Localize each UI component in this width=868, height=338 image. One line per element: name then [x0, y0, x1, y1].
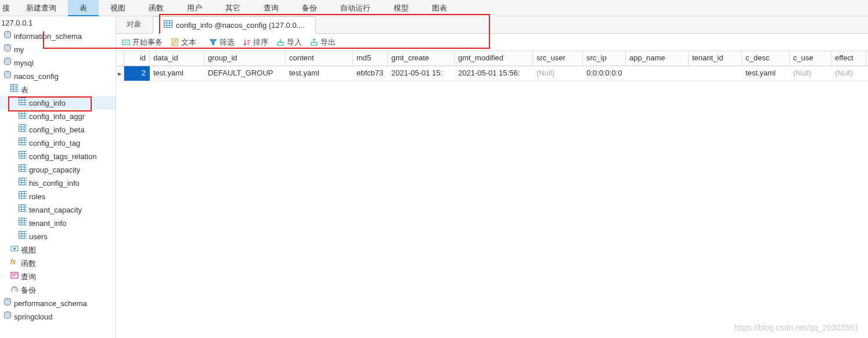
import-button[interactable]: 导入	[276, 37, 302, 48]
table-node[interactable]: users	[0, 230, 116, 243]
column-header-gmt_create[interactable]: gmt_create	[388, 51, 455, 66]
tree-item-label: config_info_tag	[29, 136, 80, 150]
export-button[interactable]: 导出	[310, 37, 336, 48]
db-icon	[3, 70, 12, 83]
tree-item-label: 函数	[21, 257, 36, 270]
table-row[interactable]: ▸ 2test.yamlDEFAULT_GROUPtest.yamlebfcb7…	[116, 66, 868, 81]
column-header-md5[interactable]: md5	[353, 51, 388, 66]
sort-icon	[243, 38, 251, 46]
backup-group[interactable]: 备份	[0, 283, 116, 297]
export-label: 导出	[320, 37, 336, 48]
connection-node[interactable]: 127.0.0.1	[0, 16, 116, 30]
column-header-data_id[interactable]: data_id	[150, 51, 204, 66]
db-icon	[3, 30, 12, 43]
views-group[interactable]: 视图	[0, 243, 116, 257]
functions-group[interactable]: 函数	[0, 257, 116, 270]
toolbar: 开始事务 文本 · 筛选 排序 导入 导出	[116, 34, 868, 51]
menu-item[interactable]: 其它	[214, 0, 252, 16]
column-header-c_desc[interactable]: c_desc	[742, 51, 790, 66]
filter-button[interactable]: 筛选	[209, 37, 235, 48]
tab-objects[interactable]: 对象	[116, 16, 153, 33]
sort-label: 排序	[253, 37, 268, 48]
text-button[interactable]: 文本 ·	[171, 37, 201, 48]
column-header-c_use[interactable]: c_use	[790, 51, 831, 66]
start-transaction-label: 开始事务	[132, 37, 163, 48]
cell-src_ip[interactable]: 0:0:0:0:0:0	[583, 66, 626, 81]
cell-c_desc[interactable]: test.yaml	[742, 66, 790, 81]
cell-group_id[interactable]: DEFAULT_GROUP	[204, 66, 286, 81]
column-header-id[interactable]: id	[124, 51, 150, 66]
menu-item[interactable]: 视图	[99, 0, 137, 16]
tree-item-label: nacos_config	[14, 70, 59, 83]
fx-icon	[10, 257, 19, 270]
database-node[interactable]: information_schema	[0, 30, 116, 43]
cell-app_name[interactable]	[626, 66, 689, 81]
menu-item[interactable]: 备份	[290, 0, 329, 16]
cell-effect[interactable]: (Null)	[831, 66, 866, 81]
menu-item[interactable]: 接	[0, 0, 15, 16]
database-node[interactable]: nacos_config	[0, 70, 116, 83]
tree-item-label: 表	[21, 83, 28, 96]
queries-group[interactable]: 查询	[0, 270, 116, 283]
menu-item[interactable]: 表	[68, 0, 99, 16]
database-node[interactable]: performance_schema	[0, 297, 116, 310]
column-header-app_name[interactable]: app_name	[626, 51, 689, 66]
tree-item-label: group_capacity	[29, 163, 80, 177]
cell-src_user[interactable]: (Null)	[533, 66, 583, 81]
menu-item[interactable]: 模型	[382, 0, 420, 16]
tree-item-label: config_tags_relation	[29, 150, 96, 163]
table-node[interactable]: roles	[0, 190, 116, 203]
table-node[interactable]: config_info_beta	[0, 123, 116, 136]
database-node[interactable]: mysql	[0, 56, 116, 70]
table-node[interactable]: group_capacity	[0, 163, 116, 177]
menu-item[interactable]: 查询	[252, 0, 290, 16]
grid-header: iddata_idgroup_idcontentmd5gmt_creategmt…	[116, 51, 868, 66]
tree-item-label: config_info	[29, 96, 66, 110]
cell-md5[interactable]: ebfcb73	[353, 66, 388, 81]
column-header-src_ip[interactable]: src_ip	[583, 51, 626, 66]
cell-c_use[interactable]: (Null)	[790, 66, 831, 81]
tree-item-label: tenant_info	[29, 217, 66, 230]
table-node[interactable]: tenant_capacity	[0, 203, 116, 217]
table-node[interactable]: config_info_aggr	[0, 110, 116, 123]
column-header-group_id[interactable]: group_id	[204, 51, 286, 66]
table-node[interactable]: his_config_info	[0, 177, 116, 190]
text-label: 文本	[181, 37, 196, 48]
table-node[interactable]: config_info_tag	[0, 136, 116, 150]
cell-gmt_create[interactable]: 2021-05-01 15:	[388, 66, 455, 81]
sort-button[interactable]: 排序	[243, 37, 268, 48]
table-icon	[164, 20, 172, 30]
data-grid[interactable]: iddata_idgroup_idcontentmd5gmt_creategmt…	[116, 51, 868, 338]
menu-item[interactable]: 图表	[420, 0, 459, 16]
table-node[interactable]: config_tags_relation	[0, 150, 116, 163]
cell-gmt_modified[interactable]: 2021-05-01 15:56:	[455, 66, 533, 81]
tab-bar: 对象 config_info @nacos_config (127.0.0...…	[116, 16, 868, 34]
separator-dot: ·	[199, 38, 201, 46]
table-icon	[19, 123, 27, 136]
tab-objects-label: 对象	[127, 19, 142, 30]
database-node[interactable]: my	[0, 43, 116, 56]
menu-item[interactable]: 自动运行	[329, 0, 382, 16]
tab-config-info[interactable]: config_info @nacos_config (127.0.0....	[153, 16, 316, 34]
column-header-tenant_id[interactable]: tenant_id	[689, 51, 742, 66]
cell-id[interactable]: 2	[124, 66, 150, 81]
menu-item[interactable]: 用户	[175, 0, 214, 16]
cell-tenant_id[interactable]	[689, 66, 742, 81]
menu-item[interactable]: 函数	[137, 0, 175, 16]
tables-group[interactable]: 表	[0, 83, 116, 96]
table-icon	[19, 203, 27, 217]
database-node[interactable]: springcloud	[0, 310, 116, 323]
column-header-gmt_modified[interactable]: gmt_modified	[455, 51, 533, 66]
menu-item[interactable]: 新建查询	[15, 0, 68, 16]
cell-content[interactable]: test.yaml	[286, 66, 353, 81]
column-header-src_user[interactable]: src_user	[533, 51, 583, 66]
table-node[interactable]: config_info	[0, 96, 116, 110]
tree-item-label: performance_schema	[14, 297, 87, 310]
filter-icon	[209, 38, 217, 46]
start-transaction-button[interactable]: 开始事务	[122, 37, 163, 48]
cell-data_id[interactable]: test.yaml	[150, 66, 204, 81]
table-node[interactable]: tenant_info	[0, 217, 116, 230]
table-icon	[19, 177, 27, 190]
column-header-effect[interactable]: effect	[831, 51, 866, 66]
column-header-content[interactable]: content	[286, 51, 353, 66]
